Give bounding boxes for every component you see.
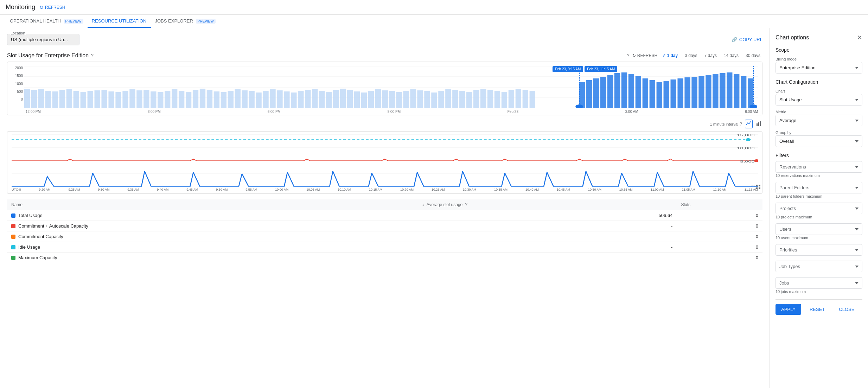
lc-time-0: UTC-8	[12, 188, 21, 191]
svg-rect-17	[108, 91, 114, 108]
svg-rect-77	[530, 91, 535, 108]
row-3-slots: 0	[677, 242, 762, 253]
svg-rect-54	[368, 91, 374, 108]
svg-rect-80	[593, 78, 599, 108]
time-label-2: 6:00 PM	[268, 110, 281, 114]
bar-chart-svg: var bars = []; var heights = [55,50,52,4…	[24, 66, 758, 108]
svg-rect-107	[757, 123, 758, 126]
svg-rect-94	[691, 77, 697, 108]
time-range-1day[interactable]: ✓ 1 day	[660, 52, 680, 59]
parent-folders-select[interactable]: Parent Folders	[776, 182, 862, 193]
close-x-button[interactable]: ✕	[857, 34, 862, 42]
col-avg-slot-usage[interactable]: ↓ Average slot usage ?	[418, 199, 677, 210]
reservations-select[interactable]: Reservations	[776, 161, 862, 173]
time-range-30days[interactable]: 30 days	[743, 52, 762, 59]
line-chart-type-button[interactable]	[745, 120, 753, 128]
interval-label: 1 minute interval	[710, 122, 739, 126]
tab-jobs-explorer[interactable]: JOBS EXPLORER PREVIEW	[151, 15, 220, 28]
link-icon: 🔗	[732, 37, 737, 42]
close-button[interactable]: CLOSE	[833, 304, 860, 315]
group-by-select[interactable]: Overall Reservation Project User	[776, 135, 862, 147]
row-4-avg: -	[418, 253, 677, 263]
interval-help-icon[interactable]: ?	[740, 122, 742, 127]
svg-rect-100	[734, 74, 739, 108]
time-range-7days[interactable]: 7 days	[702, 52, 719, 59]
chart-select[interactable]: Slot Usage Job Count Job Latency	[776, 94, 862, 106]
svg-rect-23	[151, 91, 156, 108]
svg-rect-99	[727, 72, 732, 108]
jobs-select[interactable]: Jobs	[776, 277, 862, 289]
filter-parent-folders: Parent Folders 10 parent folders maximum	[776, 182, 862, 198]
copy-url-button[interactable]: 🔗 COPY URL	[732, 37, 762, 42]
svg-rect-9	[52, 91, 58, 108]
chart-title-group: Slot Usage for Enterprise Edition ?	[7, 52, 94, 59]
sort-icon: ↓	[422, 202, 424, 207]
billing-model-select[interactable]: Enterprise Edition Standard Premium	[776, 62, 862, 74]
tab-operational-health[interactable]: OPERATIONAL HEALTH PREVIEW	[6, 15, 88, 28]
lc-time-2: 9:25 AM	[68, 188, 80, 191]
table-row: Total Usage 506.64 0	[7, 210, 762, 221]
group-by-field: Group by Overall Reservation Project Use…	[776, 130, 862, 147]
tab-resource-utilization[interactable]: RESOURCE UTILIZATION	[88, 15, 151, 28]
users-select[interactable]: Users	[776, 223, 862, 235]
svg-rect-93	[684, 77, 690, 108]
time-range-3days[interactable]: 3 days	[683, 52, 699, 59]
lc-time-3: 9:30 AM	[98, 188, 109, 191]
job-types-select[interactable]: Job Types	[776, 261, 862, 272]
lc-time-14: 10:25 AM	[432, 188, 445, 191]
location-select[interactable]: US (multiple regions in Un... EU Asia	[7, 34, 79, 45]
lc-time-7: 9:50 AM	[216, 188, 228, 191]
row-4-slots: 0	[677, 253, 762, 263]
bar-chart-type-button[interactable]	[755, 120, 762, 128]
bar-chart-svg-wrap[interactable]: var bars = []; var heights = [55,50,52,4…	[24, 66, 758, 108]
svg-rect-71	[487, 90, 493, 108]
chart-title: Slot Usage for Enterprise Edition	[7, 52, 89, 59]
svg-rect-92	[677, 78, 683, 108]
chart-refresh-button[interactable]: ↻ REFRESH	[632, 53, 657, 58]
svg-rect-78	[579, 82, 585, 108]
scope-title: Scope	[776, 47, 862, 53]
lc-time-11: 10:10 AM	[338, 188, 351, 191]
metric-select[interactable]: Average Maximum Minimum	[776, 115, 862, 126]
data-table: Name ↓ Average slot usage ? Slots	[7, 199, 762, 263]
svg-rect-10	[59, 90, 65, 108]
svg-rect-42	[284, 91, 289, 108]
svg-rect-57	[389, 91, 395, 108]
line-chart-svg-wrap[interactable]: 15,000 10,000 5,000 0	[12, 134, 758, 187]
svg-rect-38	[256, 93, 261, 108]
table-row: Idle Usage - 0	[7, 242, 762, 253]
help-icon[interactable]: ?	[91, 53, 94, 58]
row-3-name: Idle Usage	[7, 242, 418, 253]
reset-button[interactable]: RESET	[804, 304, 830, 315]
row-3-avg: -	[418, 242, 677, 253]
users-hint: 10 users maximum	[776, 236, 862, 240]
projects-select[interactable]: Projects	[776, 203, 862, 214]
svg-rect-60	[410, 89, 416, 108]
row-0-avg: 506.64	[418, 210, 677, 221]
svg-rect-73	[502, 92, 507, 108]
svg-rect-11	[66, 89, 72, 108]
location-select-wrap: Location US (multiple regions in Un... E…	[7, 34, 79, 45]
filter-job-types: Job Types	[776, 261, 862, 273]
top-bar: Monitoring ↻ REFRESH	[0, 0, 868, 15]
svg-rect-41	[277, 90, 282, 108]
table-row: Commitment Capacity - 0	[7, 231, 762, 242]
svg-rect-61	[417, 90, 423, 108]
location-label: Location	[10, 31, 26, 35]
refresh-button[interactable]: ↻ REFRESH	[39, 5, 65, 10]
svg-rect-37	[249, 91, 254, 108]
svg-rect-91	[670, 79, 676, 108]
time-range-14days[interactable]: 14 days	[722, 52, 741, 59]
svg-rect-55	[375, 89, 381, 108]
apply-button[interactable]: APPLY	[776, 304, 801, 315]
line-chart-container: 15,000 10,000 5,000 0 UTC-8 9:20 AM 9:25…	[7, 131, 762, 194]
svg-rect-74	[509, 90, 514, 108]
bar-chart-container: 2000 1500 1000 500 0	[7, 62, 762, 115]
info-icon[interactable]: ?	[465, 202, 468, 207]
help-icon-2[interactable]: ?	[627, 53, 630, 58]
svg-rect-53	[361, 93, 367, 108]
svg-rect-76	[523, 90, 528, 108]
filter-priorities: Priorities	[776, 244, 862, 256]
preview-badge-0: PREVIEW	[64, 19, 83, 24]
priorities-select[interactable]: Priorities	[776, 244, 862, 256]
